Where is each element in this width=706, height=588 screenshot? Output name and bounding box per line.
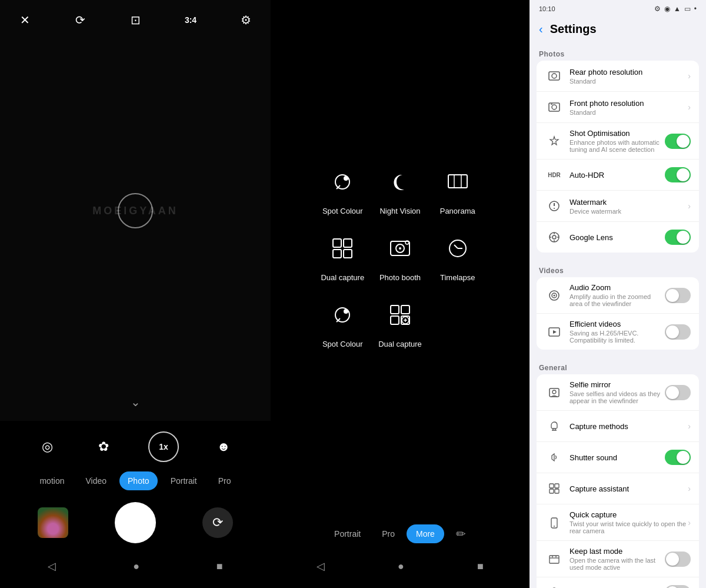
watermark-item[interactable]: Watermark Device watermark › — [537, 191, 699, 222]
selfie-mirror-toggle-switch[interactable] — [665, 385, 691, 400]
timelapse-icon — [439, 230, 477, 267]
auto-hdr-toggle-switch[interactable] — [665, 167, 691, 182]
mode-dual-capture-1[interactable]: Dual capture — [321, 230, 364, 282]
quick-capture-icon — [545, 513, 564, 532]
watermark-control: › — [688, 201, 691, 211]
shutter-sound-toggle-switch[interactable] — [665, 450, 691, 465]
back-nav-icon-2[interactable]: ◁ — [317, 560, 325, 573]
audio-zoom-toggle-switch[interactable] — [665, 288, 691, 303]
zoom-level-badge[interactable]: 1x — [148, 431, 179, 462]
shot-opt-toggle-switch[interactable] — [665, 134, 691, 149]
front-photo-res-item[interactable]: Front photo resolution Standard › — [537, 92, 699, 123]
camera-settings-icon[interactable]: ⚙ — [235, 9, 257, 31]
google-lens-toggle-switch[interactable] — [665, 230, 691, 245]
modes-panel: Spot Colour Night Vision — [271, 0, 530, 588]
home-nav-icon[interactable]: ● — [133, 560, 139, 573]
aspect-ratio-icon[interactable]: ⊡ — [125, 9, 146, 31]
mode-spot-colour-2[interactable]: Spot Colour — [321, 296, 364, 348]
face-icon[interactable]: ☻ — [212, 435, 235, 459]
save-location-item[interactable]: Save location — [537, 577, 699, 588]
timelapse-label: Timelapse — [440, 273, 475, 282]
home-nav-icon-2[interactable]: ● — [398, 560, 404, 573]
mode-timelapse[interactable]: Timelapse — [436, 230, 479, 282]
mode-tab-photo[interactable]: Photo — [119, 471, 158, 490]
shot-optimisation-item[interactable]: Shot Optimisation Enhance photos with au… — [537, 123, 699, 160]
camera-controls-row: ⟳ — [0, 495, 271, 550]
shutter-button[interactable] — [115, 502, 156, 543]
chevron-down-icon[interactable]: ⌄ — [131, 395, 141, 409]
keep-last-mode-item[interactable]: Keep last mode Open the camera with the … — [537, 541, 699, 577]
ratio-label[interactable]: 3:4 — [180, 9, 201, 31]
mode-night-vision[interactable]: Night Vision — [378, 163, 422, 215]
svg-point-32 — [554, 208, 555, 209]
modes-tab-pro[interactable]: Pro — [372, 524, 404, 543]
selfie-mirror-item[interactable]: Selfie mirror Save selfies and videos as… — [537, 374, 699, 411]
audio-zoom-item[interactable]: Audio Zoom Amplify audio in the zoomed a… — [537, 277, 699, 314]
shutter-sound-icon — [545, 448, 564, 467]
back-button[interactable]: ‹ — [539, 22, 543, 36]
shutter-sound-item[interactable]: Shutter sound — [537, 442, 699, 473]
battery-icon: ▭ — [684, 5, 691, 13]
selfie-mirror-toggle[interactable] — [665, 385, 691, 400]
google-lens-toggle[interactable] — [665, 230, 691, 245]
mode-tab-video[interactable]: Video — [77, 471, 115, 490]
recents-nav-icon-2[interactable]: ■ — [477, 560, 484, 573]
capture-methods-content: Capture methods — [570, 422, 688, 431]
google-lens-name: Google Lens — [570, 233, 665, 242]
photo-booth-icon — [381, 230, 419, 267]
modes-grid-area: Spot Colour Night Vision — [271, 0, 530, 511]
status-time: 10:10 — [539, 5, 555, 12]
svg-point-13 — [399, 247, 401, 250]
svg-point-41 — [554, 294, 555, 296]
mode-spot-colour-1[interactable]: Spot Colour — [321, 163, 364, 215]
watermark-content: Watermark Device watermark — [570, 198, 688, 215]
mode-tab-pro[interactable]: Pro — [210, 471, 239, 490]
recents-nav-icon[interactable]: ■ — [217, 560, 223, 573]
spot-colour-label-1: Spot Colour — [322, 207, 363, 215]
back-nav-icon[interactable]: ◁ — [48, 560, 56, 573]
efficient-videos-item[interactable]: Efficient videos Saving as H.265/HEVC. C… — [537, 314, 699, 350]
efficient-videos-toggle-switch[interactable] — [665, 324, 691, 340]
portrait-mode-icon[interactable]: ⟳ — [69, 9, 91, 31]
efficient-videos-toggle[interactable] — [665, 324, 691, 340]
mode-panorama[interactable]: Panorama — [436, 163, 479, 215]
keep-last-mode-toggle[interactable] — [665, 552, 691, 567]
flip-camera-button[interactable]: ⟳ — [202, 507, 233, 538]
bokeh-icon[interactable]: ✿ — [92, 435, 115, 459]
modes-tab-portrait[interactable]: Portrait — [325, 524, 370, 543]
mode-photo-booth[interactable]: Photo booth — [378, 230, 422, 282]
save-location-toggle-switch[interactable] — [665, 585, 691, 588]
mode-tab-portrait[interactable]: Portrait — [162, 471, 205, 490]
gallery-thumbnail[interactable] — [38, 507, 68, 538]
svg-rect-18 — [391, 305, 399, 314]
camera-viewfinder: MOEIGYAAN ⌄ — [0, 0, 271, 421]
auto-hdr-name: Auto-HDR — [570, 171, 665, 180]
focus-dot-icon[interactable]: ◎ — [35, 435, 59, 459]
shutter-sound-toggle[interactable] — [665, 450, 691, 465]
mode-tab-motion[interactable]: motion — [31, 471, 72, 490]
svg-point-45 — [552, 390, 556, 394]
quick-capture-item[interactable]: Quick capture Twist your wrist twice qui… — [537, 504, 699, 541]
shot-opt-toggle[interactable] — [665, 134, 691, 149]
watermark-chevron: › — [688, 201, 691, 211]
audio-zoom-toggle[interactable] — [665, 288, 691, 303]
auto-hdr-toggle[interactable] — [665, 167, 691, 182]
save-location-toggle[interactable] — [665, 585, 691, 588]
focus-ring — [118, 193, 153, 228]
capture-assistant-item[interactable]: Capture assistant › — [537, 473, 699, 504]
signal-icon: ▲ — [674, 5, 681, 13]
edit-modes-button[interactable]: ✏ — [447, 522, 475, 546]
front-photo-res-sub: Standard — [570, 109, 688, 116]
capture-methods-item[interactable]: Capture methods › — [537, 411, 699, 442]
efficient-videos-name: Efficient videos — [570, 320, 665, 328]
night-vision-label: Night Vision — [379, 207, 420, 215]
auto-hdr-item[interactable]: HDR Auto-HDR — [537, 160, 699, 191]
settings-scroll[interactable]: Photos Rear photo resolution Standard › — [530, 43, 706, 588]
mode-dual-capture-2[interactable]: Dual capture — [378, 296, 422, 348]
google-lens-item[interactable]: Google Lens — [537, 222, 699, 253]
modes-tab-more[interactable]: More — [407, 524, 444, 543]
flash-off-icon[interactable]: ✕ — [14, 9, 35, 31]
keep-last-mode-sub: Open the camera with the last used mode … — [570, 557, 665, 571]
keep-last-mode-toggle-switch[interactable] — [665, 552, 691, 567]
rear-photo-res-item[interactable]: Rear photo resolution Standard › — [537, 61, 699, 92]
